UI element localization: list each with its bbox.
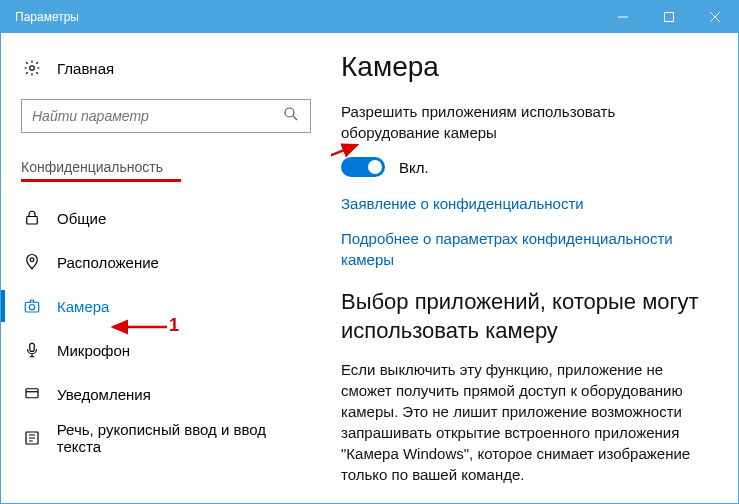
maximize-button[interactable]	[646, 1, 692, 33]
notification-icon	[21, 385, 43, 403]
annotation-underline	[21, 179, 181, 182]
camera-icon	[21, 297, 43, 315]
section-subtitle: Выбор приложений, которые могут использо…	[341, 288, 708, 345]
section-description: Если выключить эту функцию, приложение н…	[341, 359, 708, 485]
microphone-icon	[21, 341, 43, 359]
permission-description: Разрешить приложениям использовать обору…	[341, 101, 708, 143]
nav-speech[interactable]: Речь, рукописный ввод и ввод текста	[1, 416, 331, 460]
lock-icon	[21, 209, 43, 227]
svg-point-4	[30, 66, 35, 71]
annotation-number-1: 1	[169, 315, 179, 336]
search-input[interactable]	[32, 108, 282, 124]
sidebar: Главная Конфиденциальность Общие	[1, 33, 331, 503]
nav-label: Уведомления	[57, 386, 151, 403]
nav-microphone[interactable]: Микрофон	[1, 328, 331, 372]
nav-label: Расположение	[57, 254, 159, 271]
svg-point-5	[285, 108, 294, 117]
privacy-details-link[interactable]: Подробнее о параметрах конфиденциальност…	[341, 228, 708, 270]
nav-notifications[interactable]: Уведомления	[1, 372, 331, 416]
nav-location[interactable]: Расположение	[1, 240, 331, 284]
home-button[interactable]: Главная	[1, 51, 331, 85]
nav-label: Общие	[57, 210, 106, 227]
svg-rect-11	[30, 343, 35, 351]
nav-label: Речь, рукописный ввод и ввод текста	[57, 421, 311, 455]
speech-icon	[21, 429, 43, 447]
nav-camera[interactable]: Камера	[1, 284, 331, 328]
search-box[interactable]	[21, 99, 311, 133]
minimize-button[interactable]	[600, 1, 646, 33]
svg-point-10	[29, 305, 34, 310]
home-label: Главная	[57, 60, 114, 77]
search-icon	[282, 105, 300, 127]
svg-point-8	[30, 258, 34, 262]
svg-rect-7	[27, 217, 38, 225]
svg-line-6	[293, 116, 297, 120]
window-title: Параметры	[1, 10, 600, 24]
content-pane: Камера Разрешить приложениям использоват…	[331, 33, 738, 503]
location-icon	[21, 253, 43, 271]
nav-list: Общие Расположение Камера	[1, 196, 331, 460]
privacy-statement-link[interactable]: Заявление о конфиденциальности	[341, 193, 708, 214]
titlebar: Параметры	[1, 1, 738, 33]
svg-rect-12	[26, 389, 38, 398]
close-button[interactable]	[692, 1, 738, 33]
section-heading: Конфиденциальность	[21, 159, 311, 175]
svg-rect-9	[25, 302, 39, 312]
toggle-row: Вкл.	[341, 157, 708, 177]
page-title: Камера	[341, 51, 708, 83]
toggle-state-label: Вкл.	[399, 159, 429, 176]
svg-rect-1	[665, 13, 674, 22]
nav-label: Камера	[57, 298, 109, 315]
nav-general[interactable]: Общие	[1, 196, 331, 240]
settings-window: Параметры Главная	[0, 0, 739, 504]
nav-label: Микрофон	[57, 342, 130, 359]
window-body: Главная Конфиденциальность Общие	[1, 33, 738, 503]
gear-icon	[21, 59, 43, 77]
camera-toggle[interactable]	[341, 157, 385, 177]
